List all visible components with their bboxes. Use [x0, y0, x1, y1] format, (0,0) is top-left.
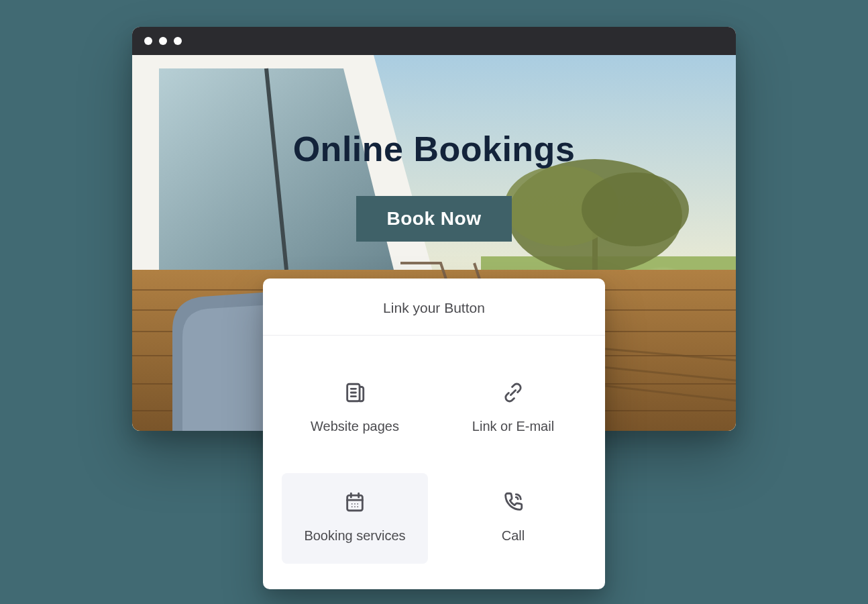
svg-point-31: [357, 503, 358, 505]
option-website-pages[interactable]: Website pages: [282, 364, 428, 454]
svg-point-34: [357, 506, 358, 507]
option-label: Call: [502, 528, 525, 544]
link-button-panel: Link your Button Website pages Li: [263, 279, 605, 589]
link-icon: [502, 381, 525, 404]
book-now-button[interactable]: Book Now: [356, 196, 512, 242]
svg-rect-25: [347, 495, 363, 511]
option-label: Link or E-mail: [472, 419, 554, 434]
window-control-dot[interactable]: [159, 37, 167, 45]
panel-title: Link your Button: [263, 279, 605, 336]
document-icon: [343, 381, 366, 404]
option-link-or-email[interactable]: Link or E-mail: [440, 364, 586, 454]
svg-point-33: [354, 506, 356, 507]
window-control-dot[interactable]: [174, 37, 182, 45]
option-call[interactable]: Call: [440, 473, 586, 564]
window-control-dot[interactable]: [144, 37, 152, 45]
option-label: Booking services: [304, 528, 405, 544]
calendar-icon: [343, 491, 366, 513]
option-booking-services[interactable]: Booking services: [282, 473, 428, 564]
svg-point-29: [351, 503, 353, 505]
window-titlebar: [132, 27, 736, 55]
option-label: Website pages: [311, 419, 399, 434]
svg-point-32: [351, 506, 353, 507]
phone-icon: [502, 491, 525, 513]
svg-point-30: [354, 503, 356, 505]
hero-title: Online Bookings: [293, 129, 576, 169]
